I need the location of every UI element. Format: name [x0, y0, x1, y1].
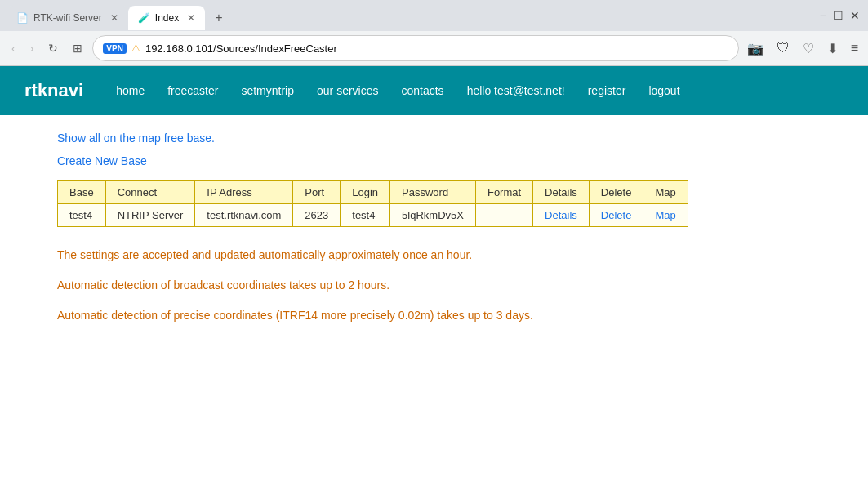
bases-table: Base Connect IP Adress Port Login Passwo…	[57, 180, 688, 227]
page-content: Show all on the map free base. Create Ne…	[0, 115, 868, 354]
delete-link[interactable]: Delete	[601, 209, 632, 221]
col-delete: Delete	[589, 181, 643, 204]
cell-ip: test.rtknavi.com	[195, 204, 293, 227]
col-login: Login	[341, 181, 390, 204]
nav-our-services[interactable]: our services	[317, 84, 378, 97]
cell-delete[interactable]: Delete	[589, 204, 643, 227]
nav-logout[interactable]: logout	[648, 84, 679, 97]
cell-base: test4	[58, 204, 106, 227]
minimize-button[interactable]: −	[820, 9, 826, 22]
col-password: Password	[390, 181, 476, 204]
col-port: Port	[293, 181, 341, 204]
cell-format	[475, 204, 532, 227]
tab-label-index: Index	[155, 12, 179, 24]
heart-button[interactable]: ♡	[799, 38, 817, 60]
cell-details[interactable]: Details	[533, 204, 590, 227]
maximize-button[interactable]: ☐	[833, 9, 844, 22]
address-text: 192.168.0.101/Sources/IndexFreeCaster	[145, 42, 728, 55]
nav-setmyntrip[interactable]: setmyntrip	[241, 84, 294, 97]
info-msg-2: Automatic detection of broadcast coordin…	[57, 277, 811, 294]
table-row: test4 NTRIP Server test.rtknavi.com 2623…	[58, 204, 688, 227]
navbar-brand[interactable]: rtknavi	[24, 80, 83, 101]
col-details: Details	[533, 181, 590, 204]
nav-hello-user[interactable]: hello test@test.net!	[467, 84, 565, 97]
col-map: Map	[643, 181, 688, 204]
tab-label-rtk: RTK-wifi Server	[33, 12, 102, 24]
new-tab-button[interactable]: +	[208, 7, 229, 29]
tab-icon-index: 🧪	[138, 12, 150, 24]
table-header-row: Base Connect IP Adress Port Login Passwo…	[58, 181, 688, 204]
col-ip: IP Adress	[195, 181, 293, 204]
tab-index[interactable]: 🧪 Index ✕	[128, 6, 205, 30]
camera-button[interactable]: 📷	[744, 38, 767, 60]
show-map-link[interactable]: Show all on the map free base.	[57, 131, 811, 145]
nav-contacts[interactable]: contacts	[401, 84, 443, 97]
cell-map[interactable]: Map	[643, 204, 688, 227]
cell-login: test4	[341, 204, 390, 227]
info-msg-1: The settings are accepted and updated au…	[57, 247, 811, 264]
tab-rtk-wifi[interactable]: 📄 RTK-wifi Server ✕	[7, 6, 128, 30]
grid-button[interactable]: ⊞	[68, 38, 87, 58]
col-base: Base	[58, 181, 106, 204]
forward-button[interactable]: ›	[25, 38, 39, 58]
tab-close-rtk[interactable]: ✕	[110, 12, 118, 24]
col-connect: Connect	[105, 181, 195, 204]
nav-home[interactable]: home	[116, 84, 145, 97]
cell-password: 5lqRkmDv5X	[390, 204, 476, 227]
cell-connect: NTRIP Server	[105, 204, 195, 227]
download-button[interactable]: ⬇	[824, 38, 841, 60]
create-base-link[interactable]: Create New Base	[57, 154, 811, 167]
warning-icon: ⚠	[131, 42, 140, 54]
nav-register[interactable]: register	[588, 84, 626, 97]
col-format: Format	[475, 181, 532, 204]
refresh-button[interactable]: ↻	[43, 38, 63, 58]
nav-freecaster[interactable]: freecaster	[167, 84, 218, 97]
address-bar[interactable]: VPN ⚠ 192.168.0.101/Sources/IndexFreeCas…	[92, 35, 738, 61]
map-link[interactable]: Map	[655, 209, 675, 221]
cell-port: 2623	[293, 204, 341, 227]
navbar-links: home freecaster setmyntrip our services …	[116, 84, 679, 97]
details-link[interactable]: Details	[545, 209, 577, 221]
info-msg-3: Automatic detection of precise coordinat…	[57, 307, 811, 324]
shield-button[interactable]: 🛡	[773, 38, 793, 59]
tab-close-index[interactable]: ✕	[187, 12, 195, 24]
vpn-badge: VPN	[103, 43, 127, 54]
back-button[interactable]: ‹	[7, 38, 20, 58]
menu-button[interactable]: ≡	[848, 38, 861, 59]
tab-icon-rtk: 📄	[16, 12, 29, 24]
close-button[interactable]: ✕	[850, 9, 860, 22]
navbar: rtknavi home freecaster setmyntrip our s…	[0, 66, 868, 115]
